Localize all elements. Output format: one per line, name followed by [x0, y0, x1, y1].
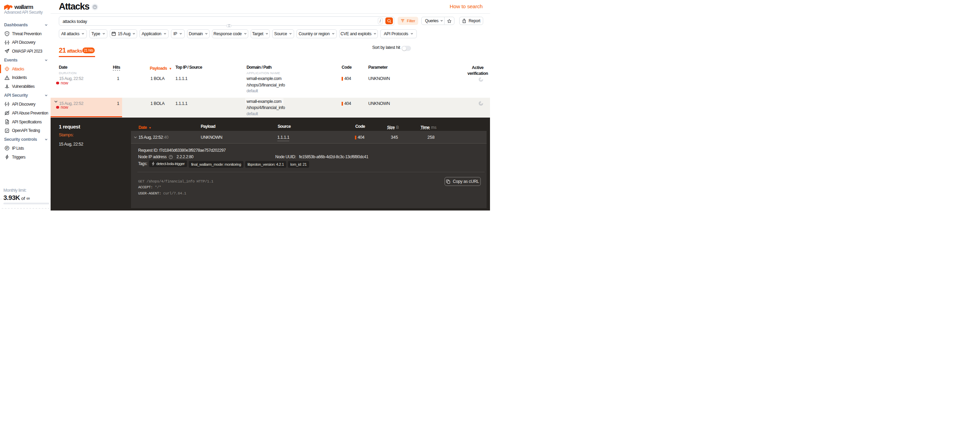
svg-text:IP: IP — [6, 147, 8, 149]
